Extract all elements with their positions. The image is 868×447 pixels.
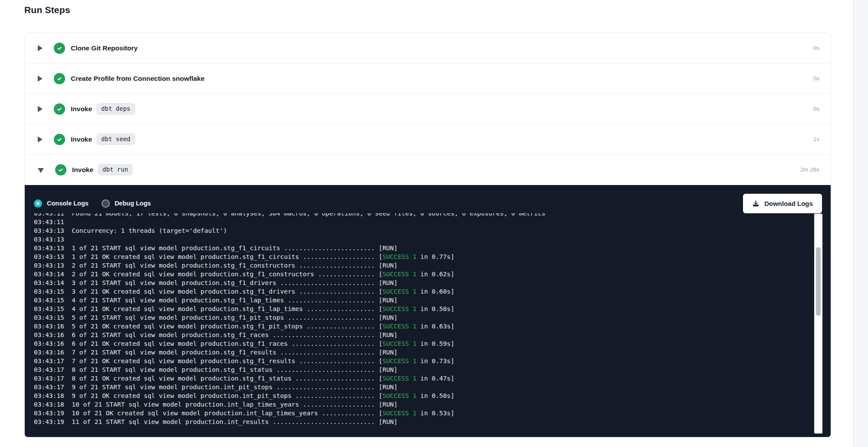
debug-logs-label: Debug Logs bbox=[115, 200, 151, 207]
step-label: Clone Git Repository bbox=[71, 44, 138, 52]
step-label: Invoke bbox=[72, 166, 93, 174]
log-line: 03:43:15 4 of 21 START sql view model pr… bbox=[34, 296, 831, 305]
log-scrollbar-thumb[interactable] bbox=[816, 247, 821, 316]
debug-logs-radio[interactable]: Debug Logs bbox=[102, 199, 151, 208]
log-line: 03:43:15 5 of 21 START sql view model pr… bbox=[34, 313, 831, 322]
step-duration: 1s bbox=[813, 136, 819, 142]
log-line: 03:43:14 2 of 21 OK created sql view mod… bbox=[34, 270, 831, 278]
log-line: 03:43:18 9 of 21 OK created sql view mod… bbox=[34, 391, 831, 400]
step-duration: 0s bbox=[813, 106, 819, 112]
step-duration: 2m 26s bbox=[800, 166, 819, 173]
console-logs-radio[interactable]: Console Logs bbox=[34, 199, 89, 208]
log-line: 03:43:13 1 of 21 START sql view model pr… bbox=[34, 244, 831, 252]
log-line: 03:43:17 8 of 21 OK created sql view mod… bbox=[34, 374, 831, 383]
log-line: 03:43:13 Concurrency: 1 threads (target=… bbox=[34, 226, 831, 235]
log-line: 03:43:13 bbox=[34, 235, 831, 244]
step-command-badge: dbt seed bbox=[96, 133, 135, 145]
step-duration: 0s bbox=[813, 75, 819, 82]
success-check-icon bbox=[54, 134, 65, 145]
log-output: 03:43:11 Found 21 models, 17 tests, 0 sn… bbox=[25, 213, 831, 437]
log-line: 03:43:17 7 of 21 OK created sql view mod… bbox=[34, 357, 831, 365]
log-panel: Console Logs Debug Logs Download Logs 03… bbox=[25, 185, 831, 437]
step-row[interactable]: Clone Git Repository 0s bbox=[25, 33, 831, 63]
log-line: 03:43:13 2 of 21 START sql view model pr… bbox=[34, 261, 831, 270]
expand-chevron-icon[interactable] bbox=[38, 136, 43, 142]
expand-chevron-icon[interactable] bbox=[38, 76, 43, 82]
step-label: Invoke bbox=[71, 136, 92, 143]
radio-selected-icon[interactable] bbox=[34, 199, 42, 208]
log-line: 03:43:18 10 of 21 START sql view model p… bbox=[34, 400, 831, 409]
console-logs-label: Console Logs bbox=[47, 200, 89, 207]
run-steps-card: Clone Git Repository 0s Create Profile f… bbox=[24, 33, 831, 437]
step-duration: 0s bbox=[813, 45, 819, 51]
radio-unselected-icon[interactable] bbox=[102, 199, 110, 208]
log-line: 03:43:15 3 of 21 OK created sql view mod… bbox=[34, 287, 831, 296]
step-row[interactable]: Create Profile from Connection snowflake… bbox=[25, 63, 831, 94]
step-row[interactable]: Invoke dbt seed 1s bbox=[25, 124, 831, 155]
page-scroll-gutter bbox=[853, 0, 868, 447]
log-panel-header: Console Logs Debug Logs Download Logs bbox=[25, 193, 831, 214]
log-line: 03:43:15 4 of 21 OK created sql view mod… bbox=[34, 305, 831, 313]
success-check-icon bbox=[54, 73, 65, 84]
page-title: Run Steps bbox=[24, 5, 70, 15]
log-line: 03:43:11 Found 21 models, 17 tests, 0 sn… bbox=[34, 213, 831, 218]
log-line: 03:43:16 5 of 21 OK created sql view mod… bbox=[34, 322, 831, 331]
success-check-icon bbox=[54, 103, 65, 115]
download-icon bbox=[752, 200, 760, 207]
expand-chevron-icon[interactable] bbox=[38, 106, 43, 112]
expand-chevron-icon[interactable] bbox=[38, 45, 43, 51]
step-label: Invoke bbox=[71, 105, 92, 113]
steps-list: Clone Git Repository 0s Create Profile f… bbox=[25, 33, 831, 185]
log-line: 03:43:17 9 of 21 START sql view model pr… bbox=[34, 383, 831, 391]
success-check-icon bbox=[54, 43, 65, 54]
log-line: 03:43:16 6 of 21 START sql view model pr… bbox=[34, 331, 831, 339]
log-line: 03:43:19 11 of 21 START sql view model p… bbox=[34, 417, 831, 426]
download-logs-button[interactable]: Download Logs bbox=[743, 194, 822, 213]
log-line: 03:43:13 1 of 21 OK created sql view mod… bbox=[34, 252, 831, 261]
step-row[interactable]: Invoke dbt run 2m 26s bbox=[25, 155, 831, 185]
success-check-icon bbox=[55, 164, 66, 175]
log-scrollbar-track[interactable] bbox=[814, 214, 822, 434]
log-line: 03:43:16 7 of 21 START sql view model pr… bbox=[34, 348, 831, 357]
log-line: 03:43:16 6 of 21 OK created sql view mod… bbox=[34, 339, 831, 348]
log-line: 03:43:19 10 of 21 OK created sql view mo… bbox=[34, 409, 831, 417]
log-line: 03:43:14 3 of 21 START sql view model pr… bbox=[34, 278, 831, 287]
step-command-badge: dbt deps bbox=[96, 103, 135, 115]
step-command-badge: dbt run bbox=[98, 164, 133, 175]
download-logs-label: Download Logs bbox=[764, 200, 813, 207]
step-row[interactable]: Invoke dbt deps 0s bbox=[25, 94, 831, 124]
log-line: 03:43:11 bbox=[34, 218, 831, 226]
log-line: 03:43:17 8 of 21 START sql view model pr… bbox=[34, 365, 831, 374]
expand-chevron-icon[interactable] bbox=[38, 168, 44, 173]
step-label: Create Profile from Connection snowflake bbox=[71, 75, 204, 83]
